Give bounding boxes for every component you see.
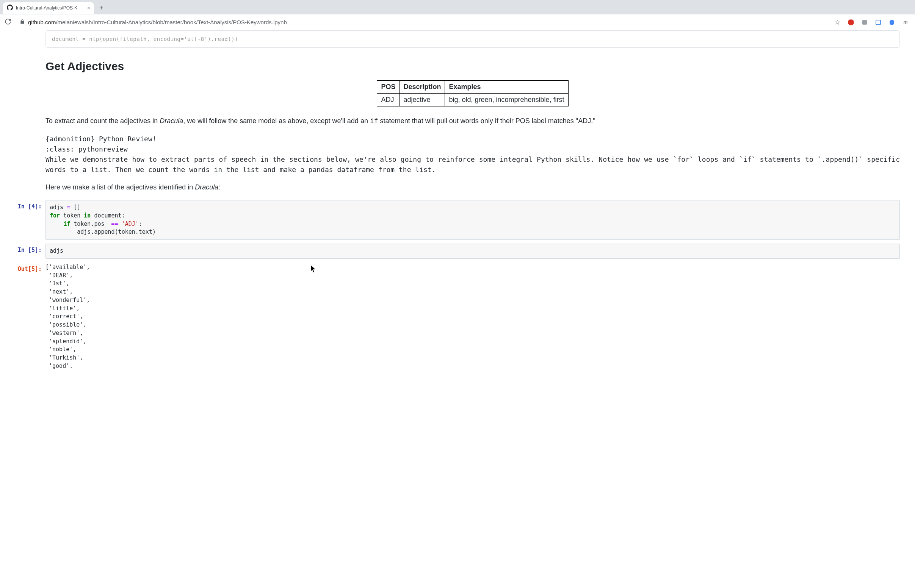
new-tab-button[interactable]: +: [97, 3, 106, 14]
browser-chrome: Intro-Cultural-Analytics/POS-K × + githu…: [0, 0, 915, 30]
svg-rect-1: [862, 20, 867, 24]
in4-body[interactable]: adjs = [] for token in document: if toke…: [45, 200, 900, 240]
star-icon[interactable]: ☆: [834, 19, 841, 26]
section-heading: Get Adjectives: [45, 60, 900, 73]
code-cell-out5: Out[5]: ['available', 'DEAR', '1st', 'ne…: [15, 263, 900, 370]
github-icon: [7, 5, 13, 12]
paragraph-2: Here we make a list of the adjectives id…: [45, 182, 900, 192]
page-content: document = nlp(open(filepath, encoding='…: [0, 30, 915, 586]
code-cell-truncated: document = nlp(open(filepath, encoding='…: [45, 30, 900, 48]
pos-table: POS Description Examples ADJ adjective b…: [377, 80, 568, 107]
url-bar: github.com/melaniewalsh/Intro-Cultural-A…: [0, 15, 915, 30]
tab-bar: Intro-Cultural-Analytics/POS-K × +: [0, 0, 915, 15]
td-ex: big, old, green, incomprehensible, first: [445, 94, 568, 107]
extension-icons: ☆ m: [834, 19, 909, 26]
td-desc: adjective: [399, 94, 445, 107]
tab-close-button[interactable]: ×: [87, 5, 90, 11]
truncated-code-text: document = nlp(open(filepath, encoding='…: [52, 34, 893, 44]
th-desc: Description: [399, 81, 445, 94]
code-cell-in5: In [5]: adjs: [15, 244, 900, 259]
out5-body: ['available', 'DEAR', '1st', 'next', 'wo…: [45, 263, 900, 370]
th-ex: Examples: [445, 81, 568, 94]
url-input[interactable]: github.com/melaniewalsh/Intro-Cultural-A…: [18, 18, 828, 27]
extension-icon-2[interactable]: [875, 19, 882, 26]
lock-icon: [20, 19, 25, 25]
th-pos: POS: [377, 81, 399, 94]
svg-rect-2: [876, 20, 881, 24]
out5-prompt: Out[5]:: [15, 263, 45, 272]
td-pos: ADJ: [377, 94, 399, 107]
svg-marker-0: [848, 19, 854, 25]
markdown-section: Get Adjectives POS Description Examples …: [15, 48, 900, 192]
in4-prompt: In [4]:: [15, 200, 45, 210]
extension-icon-m[interactable]: m: [902, 19, 909, 26]
paragraph-1: To extract and count the adjectives in D…: [45, 116, 900, 126]
admonition-block: {admonition} Python Review! :class: pyth…: [45, 134, 900, 174]
code-cell-in4: In [4]: adjs = [] for token in document:…: [15, 200, 900, 240]
extension-icon-1[interactable]: [861, 19, 868, 26]
url-text: github.com/melaniewalsh/Intro-Cultural-A…: [28, 19, 287, 25]
reload-button[interactable]: [5, 18, 11, 26]
in5-prompt: In [5]:: [15, 244, 45, 254]
browser-tab[interactable]: Intro-Cultural-Analytics/POS-K ×: [3, 2, 94, 14]
adblock-icon[interactable]: [847, 19, 854, 26]
tab-title: Intro-Cultural-Analytics/POS-K: [16, 5, 84, 11]
extension-icon-3[interactable]: [889, 19, 895, 26]
in5-body[interactable]: adjs: [45, 244, 900, 259]
